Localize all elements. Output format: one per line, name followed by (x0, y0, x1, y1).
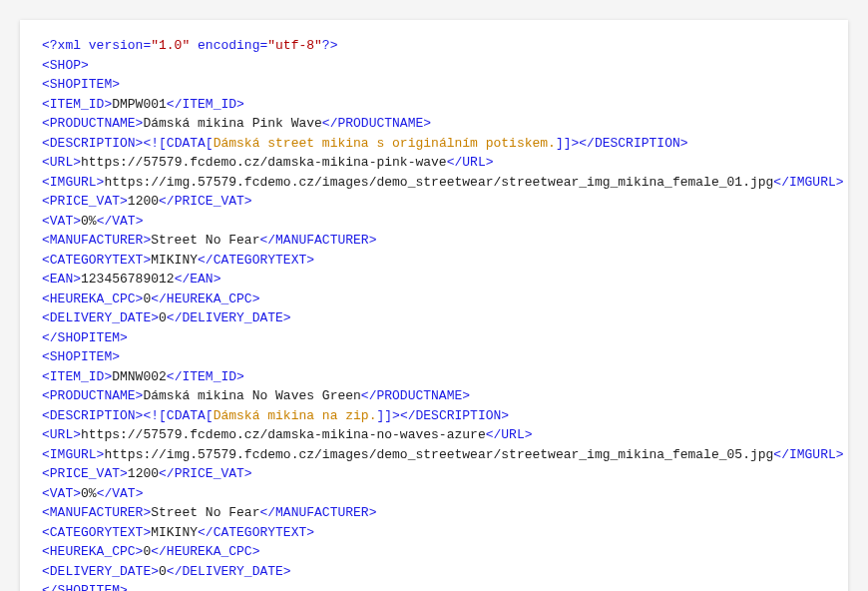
delivery-date-close: </DELIVERY_DATE> (167, 310, 291, 325)
vat-close: </VAT> (97, 486, 144, 501)
description-line: <DESCRIPTION><![CDATA[Dámská mikina na z… (42, 406, 826, 426)
heureka-cpc-close: </HEUREKA_CPC> (151, 544, 259, 559)
url-line: <URL>https://57579.fcdemo.cz/damska-miki… (42, 153, 826, 173)
shopitem-open: <SHOPITEM> (42, 347, 826, 367)
cdata-close: ]]> (556, 136, 579, 151)
price-vat-line: <PRICE_VAT>1200</PRICE_VAT> (42, 464, 826, 484)
description-cdata: Dámská mikina na zip. (214, 408, 377, 423)
delivery-date-line: <DELIVERY_DATE>0</DELIVERY_DATE> (42, 562, 826, 582)
item-id-line: <ITEM_ID>DMNW002</ITEM_ID> (42, 367, 826, 387)
categorytext-line: <CATEGORYTEXT>MIKINY</CATEGORYTEXT> (42, 251, 826, 271)
ean-close: </EAN> (175, 272, 221, 287)
heureka-cpc-open: <HEUREKA_CPC> (42, 544, 143, 559)
imgurl-value: https://img.57579.fcdemo.cz/images/demo_… (104, 447, 773, 462)
url-close: </URL> (486, 427, 533, 442)
imgurl-close: </IMGURL> (773, 447, 843, 462)
item-id-value: DMNW002 (112, 369, 167, 384)
vat-value: 0% (81, 214, 97, 229)
url-open: <URL> (42, 427, 81, 442)
url-close: </URL> (447, 155, 494, 170)
imgurl-close: </IMGURL> (773, 175, 843, 190)
delivery-date-value: 0 (159, 564, 167, 579)
item-id-line: <ITEM_ID>DMPW001</ITEM_ID> (42, 95, 826, 115)
item-id-value: DMPW001 (112, 97, 167, 112)
heureka-cpc-close: </HEUREKA_CPC> (151, 292, 259, 306)
categorytext-open: <CATEGORYTEXT> (42, 525, 151, 540)
vat-value: 0% (81, 486, 97, 501)
categorytext-value: MIKINY (151, 253, 198, 268)
description-open: <DESCRIPTION> (42, 408, 143, 423)
item-id-close: </ITEM_ID> (167, 369, 244, 384)
description-cdata: Dámská street mikina s originálním potis… (214, 136, 556, 151)
price-vat-open: <PRICE_VAT> (42, 194, 128, 209)
manufacturer-value: Street No Fear (151, 505, 259, 520)
ean-line: <EAN>123456789012</EAN> (42, 270, 826, 290)
item-id-open: <ITEM_ID> (42, 97, 112, 112)
cdata-open: <![CDATA[ (143, 408, 213, 423)
categorytext-open: <CATEGORYTEXT> (42, 253, 151, 268)
vat-line: <VAT>0%</VAT> (42, 484, 826, 504)
item-id-open: <ITEM_ID> (42, 369, 112, 384)
price-vat-value: 1200 (128, 194, 159, 209)
imgurl-open: <IMGURL> (42, 175, 104, 190)
productname-close: </PRODUCTNAME> (322, 116, 431, 131)
shop-open-tag: <SHOP> (42, 58, 89, 73)
delivery-date-open: <DELIVERY_DATE> (42, 564, 159, 579)
xml-code-panel: <?xml version="1.0" encoding="utf-8"?> <… (20, 20, 848, 591)
price-vat-value: 1200 (128, 466, 159, 481)
description-open: <DESCRIPTION> (42, 136, 143, 151)
manufacturer-close: </MANUFACTURER> (259, 233, 376, 248)
productname-line: <PRODUCTNAME>Dámská mikina Pink Wave</PR… (42, 114, 826, 134)
categorytext-close: </CATEGORYTEXT> (198, 253, 314, 268)
imgurl-open: <IMGURL> (42, 447, 104, 462)
url-value: https://57579.fcdemo.cz/damska-mikina-pi… (81, 155, 447, 170)
shopitem-open-tag: <SHOPITEM> (42, 349, 120, 364)
xml-decl-enc: "utf-8" (267, 38, 322, 53)
shop-open: <SHOP> (42, 56, 826, 76)
manufacturer-value: Street No Fear (151, 233, 259, 248)
heureka-cpc-open: <HEUREKA_CPC> (42, 292, 143, 306)
heureka-cpc-line: <HEUREKA_CPC>0</HEUREKA_CPC> (42, 542, 826, 562)
price-vat-close: </PRICE_VAT> (159, 466, 252, 481)
productname-value: Dámská mikina Pink Wave (143, 116, 321, 131)
xml-decl-enc-label: encoding= (190, 38, 267, 53)
vat-open: <VAT> (42, 214, 81, 229)
productname-close: </PRODUCTNAME> (361, 388, 470, 403)
productname-value: Dámská mikina No Waves Green (143, 388, 360, 403)
price-vat-open: <PRICE_VAT> (42, 466, 128, 481)
heureka-cpc-line: <HEUREKA_CPC>0</HEUREKA_CPC> (42, 290, 826, 309)
ean-value: 123456789012 (81, 272, 175, 287)
xml-declaration: <?xml version="1.0" encoding="utf-8"?> (42, 36, 826, 56)
categorytext-close: </CATEGORYTEXT> (198, 525, 314, 540)
url-line: <URL>https://57579.fcdemo.cz/damska-miki… (42, 425, 826, 445)
shopitem-close-tag: </SHOPITEM> (42, 330, 128, 345)
cdata-open: <![CDATA[ (143, 136, 213, 151)
productname-open: <PRODUCTNAME> (42, 116, 143, 131)
item-id-close: </ITEM_ID> (167, 97, 244, 112)
shopitem-open-tag: <SHOPITEM> (42, 77, 120, 92)
description-close: </DESCRIPTION> (579, 136, 687, 151)
description-line: <DESCRIPTION><![CDATA[Dámská street miki… (42, 134, 826, 154)
shopitem-close-tag: </SHOPITEM> (42, 583, 128, 591)
vat-close: </VAT> (97, 214, 144, 229)
imgurl-line: <IMGURL>https://img.57579.fcdemo.cz/imag… (42, 445, 826, 465)
price-vat-line: <PRICE_VAT>1200</PRICE_VAT> (42, 192, 826, 212)
description-close: </DESCRIPTION> (400, 408, 509, 423)
productname-line: <PRODUCTNAME>Dámská mikina No Waves Gree… (42, 386, 826, 406)
delivery-date-close: </DELIVERY_DATE> (167, 564, 291, 579)
manufacturer-open: <MANUFACTURER> (42, 233, 151, 248)
manufacturer-close: </MANUFACTURER> (259, 505, 376, 520)
url-value: https://57579.fcdemo.cz/damska-mikina-no… (81, 427, 486, 442)
price-vat-close: </PRICE_VAT> (159, 194, 252, 209)
cdata-close: ]]> (376, 408, 399, 423)
delivery-date-line: <DELIVERY_DATE>0</DELIVERY_DATE> (42, 308, 826, 328)
manufacturer-line: <MANUFACTURER>Street No Fear</MANUFACTUR… (42, 503, 826, 523)
xml-decl-close: ?> (322, 38, 338, 53)
vat-open: <VAT> (42, 486, 81, 501)
shopitem-open: <SHOPITEM> (42, 75, 826, 95)
delivery-date-value: 0 (159, 310, 167, 325)
url-open: <URL> (42, 155, 81, 170)
vat-line: <VAT>0%</VAT> (42, 212, 826, 232)
manufacturer-open: <MANUFACTURER> (42, 505, 151, 520)
imgurl-line: <IMGURL>https://img.57579.fcdemo.cz/imag… (42, 173, 826, 193)
